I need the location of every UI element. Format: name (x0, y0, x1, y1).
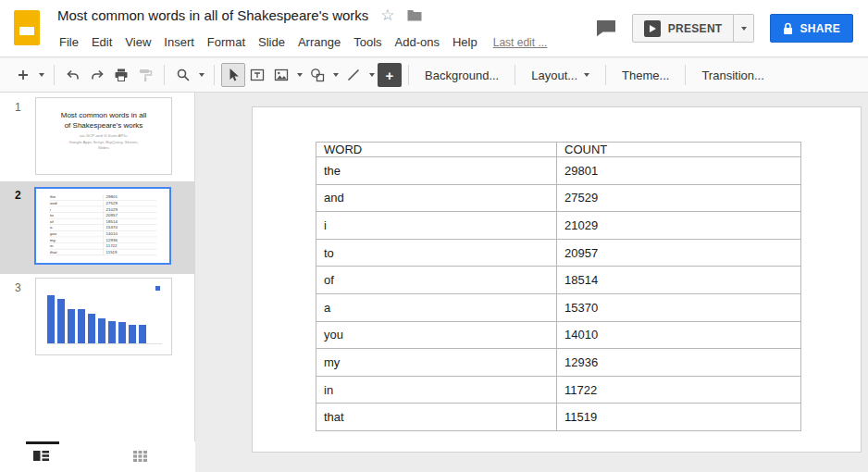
present-button[interactable]: PRESENT (632, 14, 735, 43)
text-box-button[interactable] (245, 63, 269, 87)
table-row[interactable]: the29801 (316, 157, 801, 185)
header-actions: PRESENT SHARE (596, 14, 853, 43)
line-options-button[interactable] (366, 63, 378, 87)
redo-button[interactable] (85, 63, 109, 87)
slides-logo-bar (19, 27, 34, 35)
table-row[interactable]: and27529 (316, 184, 801, 212)
filmstrip-view-icon (33, 450, 49, 462)
thumb3-legend-dot (155, 286, 160, 291)
table-cell[interactable]: 11519 (557, 404, 801, 431)
table-cell[interactable]: of (316, 267, 557, 294)
table-row[interactable]: to20957 (316, 239, 801, 267)
slide-thumbnail-2[interactable]: the29801and27529i21029to20957of18514a153… (34, 187, 171, 265)
menu-insert[interactable]: Insert (157, 32, 201, 52)
table-row[interactable]: my12936 (316, 349, 801, 377)
grid-view-button[interactable] (133, 450, 147, 462)
word-count-table[interactable]: WORDCOUNT the29801and27529i21029to20957o… (316, 142, 801, 431)
table-cell[interactable]: my (316, 349, 557, 377)
menu-view[interactable]: View (118, 32, 157, 52)
background-button[interactable]: Background... (415, 63, 508, 87)
view-switcher-bar (0, 441, 195, 472)
chevron-down-icon (333, 73, 339, 77)
toolbar-separator (408, 65, 409, 85)
table-cell[interactable]: 29801 (557, 157, 801, 185)
slide-thumbnail-1[interactable]: Most common words in all of Shakespeare'… (35, 97, 172, 175)
menu-help[interactable]: Help (446, 32, 484, 52)
menu-addons[interactable]: Add-ons (389, 32, 446, 52)
menu-format[interactable]: Format (201, 32, 252, 52)
current-slide[interactable]: WORDCOUNT the29801and27529i21029to20957o… (252, 106, 862, 453)
chevron-down-icon (199, 73, 205, 77)
new-slide-button[interactable] (11, 63, 35, 87)
table-cell[interactable]: a (316, 293, 557, 321)
last-edit-link[interactable]: Last edit ... (493, 36, 548, 49)
slide-row-3: 3 (0, 278, 195, 363)
new-slide-options-button[interactable] (35, 63, 47, 87)
menu-file[interactable]: File (53, 32, 85, 52)
table-cell[interactable]: 12936 (557, 349, 801, 377)
table-cell[interactable]: the (316, 157, 557, 185)
thumb2-mini-table: the29801and27529i21029to20957of18514a153… (49, 194, 157, 255)
toolbar-separator (214, 65, 215, 85)
table-cell[interactable]: 27529 (557, 184, 801, 212)
slide-number: 1 (15, 101, 21, 114)
print-button[interactable] (109, 63, 133, 87)
table-cell[interactable]: and (316, 184, 557, 212)
table-cell[interactable]: you (316, 321, 557, 349)
thumb3-bar-chart (47, 292, 162, 344)
table-cell[interactable]: that (316, 404, 557, 431)
present-options-button[interactable] (734, 14, 754, 43)
table-cell[interactable]: 11722 (557, 376, 801, 404)
zoom-options-button[interactable] (195, 63, 207, 87)
star-icon[interactable]: ☆ (380, 7, 394, 23)
table-cell[interactable]: 20957 (557, 239, 801, 267)
title-row: Most common words in all of Shakespeare'… (57, 7, 422, 23)
present-label: PRESENT (668, 22, 723, 35)
chevron-down-icon (741, 27, 747, 31)
image-options-button[interactable] (293, 63, 305, 87)
table-cell[interactable]: 21029 (557, 212, 801, 240)
shape-options-button[interactable] (329, 63, 341, 87)
folder-icon[interactable] (407, 9, 422, 21)
slide-number: 2 (15, 189, 21, 202)
theme-button[interactable]: Theme... (613, 63, 678, 87)
line-tool-button[interactable] (341, 63, 366, 87)
table-cell[interactable]: 18514 (557, 267, 801, 294)
share-button[interactable]: SHARE (770, 14, 853, 43)
filmstrip-view-button[interactable] (33, 450, 49, 462)
shape-button[interactable] (305, 63, 329, 87)
insert-image-button[interactable] (269, 63, 293, 87)
slides-logo-icon[interactable] (14, 10, 40, 45)
table-header-cell[interactable]: WORD (316, 143, 557, 157)
menu-tools[interactable]: Tools (347, 32, 388, 52)
zoom-button[interactable] (171, 63, 195, 87)
table-cell[interactable]: i (316, 212, 557, 240)
select-tool-button[interactable] (221, 63, 245, 87)
table-cell[interactable]: to (316, 239, 557, 267)
table-row[interactable]: a15370 (316, 293, 801, 321)
table-row[interactable]: i21029 (316, 212, 801, 240)
insert-comment-button[interactable]: + (378, 63, 402, 87)
menu-slide[interactable]: Slide (252, 32, 291, 52)
menu-arrange[interactable]: Arrange (291, 32, 347, 52)
grid-view-icon (133, 450, 147, 462)
table-header-cell[interactable]: COUNT (557, 143, 801, 157)
table-cell[interactable]: 14010 (557, 321, 801, 349)
thumb1-title: Most common words in all of Shakespeare'… (36, 110, 171, 130)
transition-button[interactable]: Transition... (692, 63, 773, 87)
slide-thumbnail-3[interactable] (35, 278, 172, 355)
table-row[interactable]: in11722 (316, 376, 801, 404)
zoom-icon (176, 68, 191, 82)
menu-edit[interactable]: Edit (85, 32, 118, 52)
undo-button[interactable] (61, 63, 85, 87)
paint-format-button[interactable] (133, 63, 157, 87)
document-title[interactable]: Most common words in all of Shakespeare'… (57, 7, 368, 23)
table-cell[interactable]: in (316, 376, 557, 404)
comments-button[interactable] (596, 19, 616, 37)
layout-button[interactable]: Layout... (522, 63, 599, 87)
table-row[interactable]: that11519 (316, 404, 801, 431)
table-row[interactable]: of18514 (316, 267, 801, 294)
toolbar-separator (605, 65, 606, 85)
table-row[interactable]: you14010 (316, 321, 801, 349)
table-cell[interactable]: 15370 (557, 293, 801, 321)
